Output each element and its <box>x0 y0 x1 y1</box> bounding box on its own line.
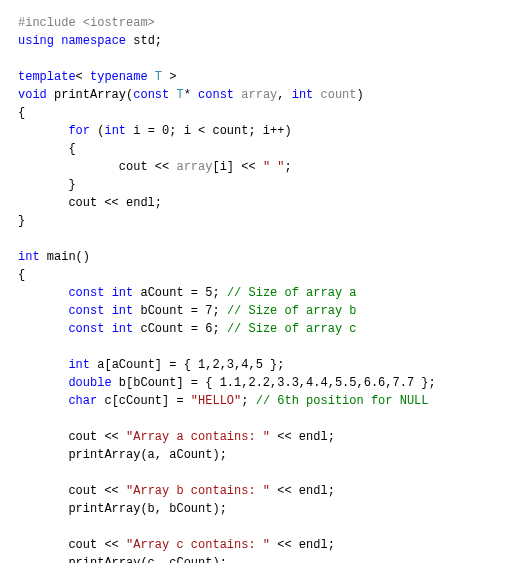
brace-close: } <box>18 214 25 228</box>
identifier-std: std; <box>126 34 162 48</box>
keyword-const: const <box>68 286 104 300</box>
string-array-a: "Array a contains: " <box>126 430 270 444</box>
keyword-int: int <box>112 304 134 318</box>
array-c-decl: c[cCount] = <box>97 394 191 408</box>
call-printarray-a: printArray(a, aCount); <box>18 448 227 462</box>
string-array-b: "Array b contains: " <box>126 484 270 498</box>
comment-a: // Size of array a <box>227 286 357 300</box>
space <box>104 304 111 318</box>
code-block: #include <iostream> using namespace std;… <box>18 14 506 563</box>
keyword-typename: typename <box>90 70 148 84</box>
indent <box>18 286 68 300</box>
function-main: main() <box>40 250 90 264</box>
comma: , <box>277 88 291 102</box>
indent <box>18 376 68 390</box>
indent <box>18 124 68 138</box>
cout-c-suffix: << endl; <box>270 538 335 552</box>
cout-b-suffix: << endl; <box>270 484 335 498</box>
comment-b: // Size of array b <box>227 304 357 318</box>
indent <box>18 322 68 336</box>
keyword-using: using <box>18 34 54 48</box>
keyword-void: void <box>18 88 47 102</box>
keyword-template: template <box>18 70 76 84</box>
space <box>104 322 111 336</box>
string-hello: "HELLO" <box>191 394 241 408</box>
cout-a-prefix: cout << <box>18 430 126 444</box>
function-name: printArray( <box>47 88 133 102</box>
keyword-int: int <box>112 286 134 300</box>
indent <box>18 304 68 318</box>
comment-null: // 6th position for NULL <box>256 394 429 408</box>
indent <box>18 394 68 408</box>
array-b-init: b[bCount] = { 1.1,2.2,3.3,4.4,5.5,6.6,7.… <box>112 376 436 390</box>
param-count: count <box>313 88 356 102</box>
for-open: ( <box>90 124 104 138</box>
star: * <box>184 88 198 102</box>
indent <box>18 358 68 372</box>
space <box>104 286 111 300</box>
array-a-init: a[aCount] = { 1,2,3,4,5 }; <box>90 358 284 372</box>
brace-open: { <box>18 106 25 120</box>
cout-a-suffix: << endl; <box>270 430 335 444</box>
array-ref: array <box>176 160 212 174</box>
call-printarray-b: printArray(b, bCount); <box>18 502 227 516</box>
keyword-const: const <box>68 304 104 318</box>
keyword-char: char <box>68 394 97 408</box>
angle-open: < <box>76 70 90 84</box>
keyword-double: double <box>68 376 111 390</box>
preprocessor-directive: #include <iostream> <box>18 16 155 30</box>
close-paren: ) <box>357 88 364 102</box>
decl-acount: aCount = 5; <box>133 286 227 300</box>
keyword-int: int <box>112 322 134 336</box>
brace-open: { <box>18 268 25 282</box>
inner-brace-open: { <box>18 142 76 156</box>
param-array: array <box>234 88 277 102</box>
decl-ccount: cCount = 6; <box>133 322 227 336</box>
semicolon: ; <box>241 394 255 408</box>
keyword-const: const <box>198 88 234 102</box>
comment-c: // Size of array c <box>227 322 357 336</box>
string-array-c: "Array c contains: " <box>126 538 270 552</box>
cout-c-prefix: cout << <box>18 538 126 552</box>
keyword-int: int <box>68 358 90 372</box>
semicolon: ; <box>284 160 291 174</box>
for-body: i = 0; i < count; i++) <box>126 124 292 138</box>
string-space: " " <box>263 160 285 174</box>
decl-bcount: bCount = 7; <box>133 304 227 318</box>
angle-close: > <box>162 70 176 84</box>
index-op: [i] << <box>212 160 262 174</box>
call-printarray-c: printArray(c, cCount); <box>18 556 227 563</box>
cout-prefix: cout << <box>18 160 176 174</box>
keyword-namespace: namespace <box>61 34 126 48</box>
keyword-int: int <box>292 88 314 102</box>
cout-b-prefix: cout << <box>18 484 126 498</box>
keyword-for: for <box>68 124 90 138</box>
keyword-const: const <box>133 88 169 102</box>
keyword-const: const <box>68 322 104 336</box>
type-param-t: T <box>148 70 162 84</box>
cout-endl: cout << endl; <box>18 196 162 210</box>
type-t: T <box>169 88 183 102</box>
keyword-int: int <box>104 124 126 138</box>
keyword-int: int <box>18 250 40 264</box>
inner-brace-close: } <box>18 178 76 192</box>
